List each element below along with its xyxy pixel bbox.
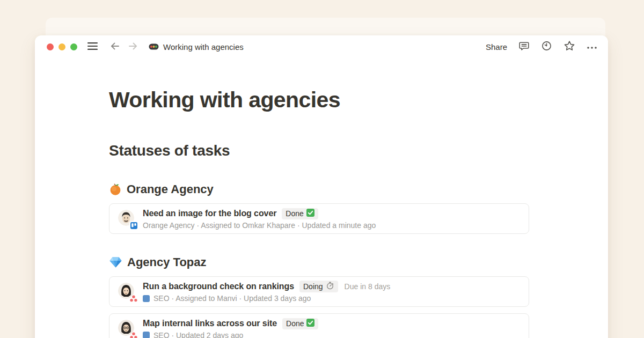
updates-clock-button[interactable] [541,40,552,53]
trello-icon [130,222,137,229]
task-text: Run a background check on rankings Doing… [143,281,390,303]
task-card[interactable]: Need an image for the blog cover Done Or… [109,203,529,234]
page-favicon-traffic-light-icon [149,43,159,50]
stopwatch-icon [326,281,334,291]
green-check-icon [306,209,314,218]
task-card[interactable]: Map internal links across our site Done … [109,313,529,338]
close-button[interactable] [47,43,54,50]
ellipsis-icon [587,43,597,51]
app-window: Working with agencies Share [35,35,608,338]
blue-gem-icon [109,256,122,268]
topbar-actions: Share [486,40,597,53]
forward-button[interactable] [128,41,138,53]
comments-button[interactable] [518,41,530,53]
page-title: Working with agencies [109,87,529,113]
task-meta-text: Orange Agency · Assigned to Omkar Khapar… [143,221,376,230]
more-options-button[interactable] [587,43,597,51]
task-text: Need an image for the blog cover Done Or… [143,208,376,230]
traffic-lights [47,43,77,50]
favorite-star-button[interactable] [564,40,575,53]
status-badge: Done [282,318,318,329]
status-badge: Doing [299,281,338,292]
clock-icon [541,40,552,53]
page-content: Working with agencies Statuses of tasks … [35,87,608,338]
task-meta: SEO · Assigned to Manvi · Updated 3 days… [143,294,390,303]
section-heading: Statuses of tasks [109,142,529,160]
star-outline-icon [564,40,575,53]
arrow-left-icon [109,41,120,53]
due-date-label: Due in 8 days [345,282,391,291]
back-button[interactable] [109,41,120,53]
task-title: Run a background check on rankings [143,282,294,291]
group-name: Agency Topaz [127,255,207,270]
window-topbar: Working with agencies Share [35,35,608,58]
assignee-avatar [118,283,135,301]
tangerine-icon [109,183,122,196]
task-meta: SEO · Updated 2 days ago [143,331,318,338]
assignee-avatar [118,210,135,228]
group-heading-orange-agency: Orange Agency [109,182,529,197]
breadcrumb-page-title[interactable]: Working with agencies [163,42,244,52]
maximize-button[interactable] [70,43,77,50]
task-title: Need an image for the blog cover [143,209,276,218]
group-heading-agency-topaz: Agency Topaz [109,255,529,270]
status-label: Done [286,209,303,218]
assignee-avatar [118,320,135,338]
green-check-icon [306,319,314,328]
task-text: Map internal links across our site Done … [143,318,318,338]
task-card[interactable]: Run a background check on rankings Doing… [109,276,529,307]
arrow-right-icon [128,41,138,53]
group-name: Orange Agency [127,182,214,197]
speech-bubble-icon [518,41,530,53]
asana-icon [130,295,137,302]
status-label: Done [286,319,304,328]
hamburger-icon [87,42,98,52]
sidebar-menu-button[interactable] [87,42,98,52]
status-badge: Done [282,208,318,219]
task-meta-text: SEO · Updated 2 days ago [153,331,243,338]
task-meta-text: SEO · Assigned to Manvi · Updated 3 days… [153,294,311,303]
seo-tag-color-square [143,332,150,338]
share-button[interactable]: Share [486,42,507,52]
task-meta: Orange Agency · Assigned to Omkar Khapar… [143,221,376,230]
status-label: Doing [303,282,323,291]
task-title: Map internal links across our site [143,319,277,328]
seo-tag-color-square [143,295,150,302]
minimize-button[interactable] [58,43,65,50]
asana-icon [130,332,137,338]
